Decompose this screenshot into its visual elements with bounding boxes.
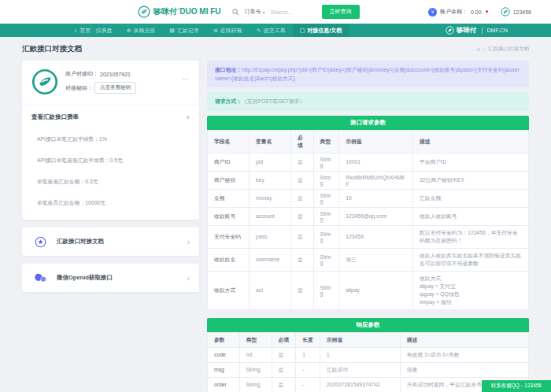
brand-logo-icon	[138, 6, 150, 18]
search-input[interactable]	[271, 9, 316, 15]
table-cell: 收款人收款真实姓名如果不强制验证真实姓名可以留空或不传递参数	[413, 248, 529, 271]
rates-toggle[interactable]: 查看汇款接口费率 ∨	[31, 113, 190, 122]
nav-item[interactable]: ✎提交工单	[250, 24, 293, 37]
nav-item-label: 提交工单	[264, 27, 286, 35]
column-header: 字段名	[208, 130, 250, 153]
nav-item[interactable]: ⌂首页 · 仪表盘	[67, 24, 119, 37]
table-cell: Int	[239, 347, 272, 362]
left-sidebar: 商户对接ID： 2021057921 对接秘钥： 点击查看秘钥 … 查看汇款接口…	[22, 61, 199, 292]
table-cell: 1	[296, 347, 320, 362]
column-header: 描述	[413, 130, 529, 153]
table-cell: 支付安全码	[208, 225, 250, 248]
link-card-remit-doc[interactable]: 汇款接口对接文档 ›	[22, 227, 199, 256]
query-button[interactable]: 立即查询	[322, 5, 360, 19]
column-header: 描述	[400, 332, 528, 347]
table-cell: 汇款金额	[413, 189, 529, 207]
response-params-table: 参数类型必填长度示例值描述codeInt是11有效值 1=成功 0=失败msgS…	[207, 332, 529, 392]
customer-service-badge[interactable]: 联系客服QQ：123456	[482, 380, 551, 392]
table-cell: 商户秘钥	[208, 171, 250, 189]
main-content: 汇款接口对接文档 ⌂ / 汇款接口对接文档 商户对接ID： 2021057921	[0, 37, 551, 392]
navbar-brand-name: 哆咪付	[457, 26, 477, 35]
account-balance[interactable]: ¥ 账户余额： 0.00	[428, 8, 488, 17]
table-cell: String	[239, 377, 272, 392]
account-id: 123456	[513, 9, 531, 15]
table-cell: alipay	[339, 271, 413, 309]
column-header: 示例值	[339, 130, 413, 153]
table-cell: 商户ID	[208, 153, 250, 171]
table-header-row: 参数类型必填长度示例值描述	[208, 332, 529, 347]
table-cell: 默认支付安全码为：123456，本支付安全码都为交易密码！	[413, 225, 529, 248]
table-cell: String	[313, 207, 339, 225]
table-cell: String	[313, 271, 339, 309]
chevron-right-icon: ›	[187, 274, 190, 283]
api-address-value: http://Espay.cn/pay.php?pid=(商户ID)&key=(…	[215, 67, 520, 81]
records-icon: ▤	[169, 28, 175, 34]
table-cell: 123456@qq.com	[339, 207, 413, 225]
table-cell: String	[313, 225, 339, 248]
table-cell: 收款姓名	[208, 248, 250, 271]
nav-item[interactable]: ▢对接信息/文档	[293, 24, 349, 37]
navbar-brand[interactable]: 哆咪付 DMF.CN	[446, 26, 508, 35]
rate-line: 单笔最低汇款金额：0.3元	[37, 178, 190, 186]
request-method-box: 请求方式：（支持POST或GET请求）	[207, 92, 529, 110]
table-cell: 1	[320, 347, 400, 362]
request-method-label: 请求方式：	[215, 98, 242, 104]
nav-item[interactable]: ⊛在线转账	[206, 24, 250, 37]
remit-doc-icon	[31, 235, 49, 248]
nav-item[interactable]: ▤汇款记录	[162, 24, 206, 37]
table-cell: 是	[272, 347, 296, 362]
nav-item[interactable]: ⊕余额充值	[119, 24, 162, 37]
table-cell: String	[313, 153, 339, 171]
table-cell: act	[250, 271, 291, 309]
account-menu[interactable]: 123456	[501, 7, 531, 17]
view-secret-button[interactable]: 点击查看秘钥	[94, 82, 136, 94]
column-header: 必填	[291, 130, 314, 153]
table-cell: 是	[272, 362, 296, 377]
table-row: 商户IDpid是String10001平台商户ID	[208, 153, 529, 171]
recharge-icon: ⊕	[126, 28, 131, 34]
home-icon[interactable]: ⌂	[476, 46, 480, 53]
app-logo[interactable]: 哆咪付`DUO MI FU	[138, 6, 221, 18]
column-header: 变量名	[250, 130, 291, 153]
table-cell: 是	[291, 153, 314, 171]
table-cell: 有效值 1=成功 0=失败	[400, 347, 528, 362]
table-row: codeInt是11有效值 1=成功 0=失败	[208, 347, 529, 362]
page-title: 汇款接口对接文档	[22, 44, 82, 54]
merchant-profile-card: 商户对接ID： 2021057921 对接秘钥： 点击查看秘钥 … 查看汇款接口…	[22, 61, 199, 220]
table-cell: pid	[250, 153, 291, 171]
link-card-wechat-openid[interactable]: 微信Openid获取接口 ›	[22, 264, 199, 292]
table-cell: String	[313, 189, 339, 207]
main-navbar: ⌂首页 · 仪表盘⊕余额充值▤汇款记录⊛在线转账✎提交工单▢对接信息/文档 哆咪…	[0, 24, 551, 37]
table-cell: account	[250, 207, 291, 225]
table-cell: 平台商户ID	[413, 153, 529, 171]
table-row: 收款账号account是String123456@qq.com收款人收款账号	[208, 207, 529, 225]
more-options-icon[interactable]: …	[182, 73, 190, 81]
merchant-id-value: 2021057921	[100, 72, 131, 77]
rate-line: API接口单笔汇款手续费：1%	[37, 135, 190, 143]
table-row: orderString是-202007281549374742只有成功时返回，平…	[208, 377, 529, 392]
breadcrumb-separator: /	[483, 46, 485, 52]
page-head: 汇款接口对接文档 ⌂ / 汇款接口对接文档	[22, 44, 529, 54]
request-params-table: 字段名变量名必填类型示例值描述商户IDpid是String10001平台商户ID…	[207, 130, 529, 310]
table-row: msgString是-汇款成功信息	[208, 362, 529, 377]
table-cell: 张三	[339, 248, 413, 271]
link-label: 汇款接口对接文档	[57, 238, 179, 246]
wechat-openid-icon	[31, 272, 49, 284]
app-logo-text: 哆咪付`DUO MI FU	[153, 6, 221, 17]
api-address-box: 接口地址：http://Espay.cn/pay.php?pid=(商户ID)&…	[207, 61, 529, 87]
table-cell: money	[250, 189, 291, 207]
ticket-icon: ✎	[257, 28, 261, 34]
table-cell: 32位商户秘钥/KEY	[413, 171, 529, 189]
search-category-select[interactable]: 订单号 ▾	[245, 8, 265, 16]
merchant-id-label: 商户对接ID：	[65, 70, 98, 78]
response-params-header: 响应参数	[207, 318, 529, 332]
brand-divider	[482, 27, 483, 34]
table-cell: 10	[339, 189, 413, 207]
table-cell: 是	[291, 271, 314, 309]
api-address-label: 接口地址：	[215, 67, 242, 72]
merchant-profile-top: 商户对接ID： 2021057921 对接秘钥： 点击查看秘钥 …	[31, 68, 190, 98]
table-cell: 是	[291, 189, 314, 207]
coin-icon: ¥	[428, 8, 437, 17]
column-header: 必填	[272, 332, 296, 347]
table-cell: 是	[291, 207, 314, 225]
